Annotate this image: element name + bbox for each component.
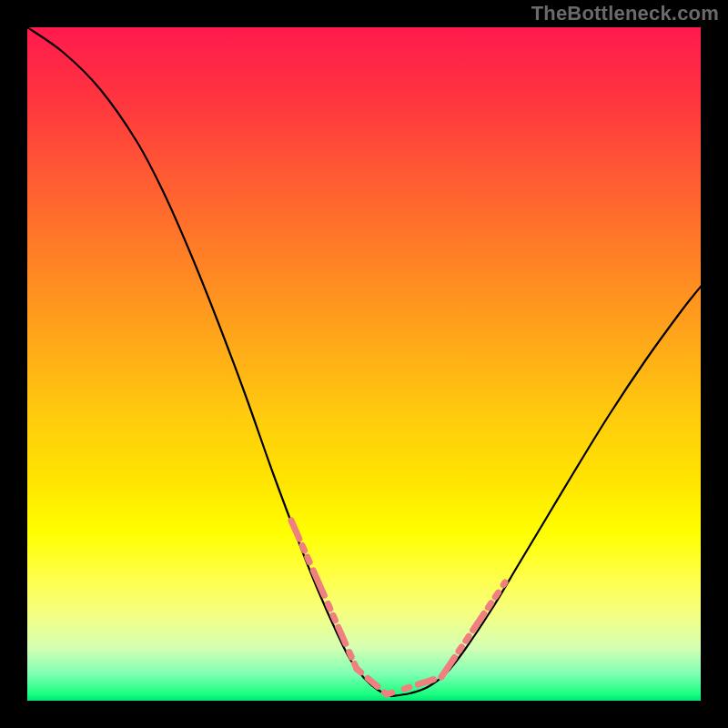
curve-left xyxy=(27,27,391,696)
watermark-text: TheBottleneck.com xyxy=(531,2,719,25)
right-dots xyxy=(441,582,505,677)
mid-dots-a xyxy=(357,669,387,694)
left-dots xyxy=(291,521,357,669)
curve-right xyxy=(391,287,701,696)
curve-svg xyxy=(27,27,701,701)
chart-container: TheBottleneck.com xyxy=(0,0,728,728)
plot-area xyxy=(27,27,701,701)
dotted-overlay xyxy=(291,521,505,694)
